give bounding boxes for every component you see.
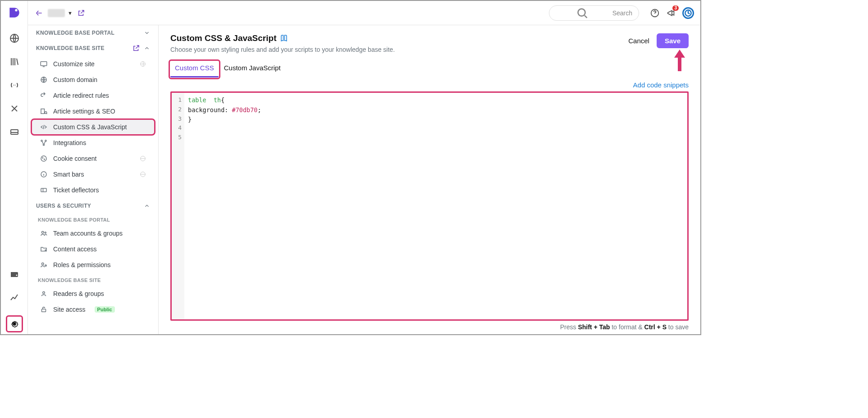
left-rail — [1, 1, 28, 334]
svg-point-29 — [43, 292, 45, 294]
drive-icon[interactable] — [9, 127, 20, 137]
globe-icon — [139, 60, 146, 68]
project-thumbnail — [48, 9, 65, 17]
svg-point-0 — [15, 9, 17, 11]
globe-icon[interactable] — [9, 33, 20, 44]
nav-cookie-consent[interactable]: Cookie consent — [32, 151, 155, 166]
cancel-button[interactable]: Cancel — [628, 37, 649, 45]
svg-point-17 — [41, 156, 46, 161]
svg-rect-3 — [11, 132, 18, 134]
collapse-sidebar-icon[interactable] — [34, 9, 43, 18]
open-external-icon[interactable] — [77, 9, 85, 17]
project-selector[interactable]: ▼ — [48, 9, 73, 17]
svg-point-19 — [44, 159, 45, 160]
code-editor[interactable]: 1 2 3 4 5 table th{ background: #70db70;… — [170, 91, 689, 321]
nav-roles-permissions[interactable]: Roles & permissions — [32, 257, 155, 273]
sub-kb-site: KNOWLEDGE BASE SITE — [28, 273, 158, 286]
svg-point-4 — [16, 275, 17, 276]
svg-rect-23 — [41, 188, 46, 192]
svg-point-28 — [45, 265, 46, 266]
svg-point-27 — [42, 263, 44, 265]
analytics-icon[interactable] — [9, 292, 20, 303]
tabs: Custom CSS Custom JavaScript — [170, 61, 689, 77]
group-kb-site[interactable]: KNOWLEDGE BASE SITE — [28, 40, 158, 56]
seo-icon — [40, 107, 48, 115]
group-users-security[interactable]: USERS & SECURITY — [28, 198, 158, 213]
tools-icon[interactable] — [9, 103, 20, 114]
notification-badge: 3 — [672, 5, 679, 11]
settings-icon[interactable] — [6, 315, 23, 332]
info-icon — [40, 170, 48, 178]
main-content: Custom CSS & JavaScript Choose your own … — [159, 25, 700, 334]
group-kb-portal[interactable]: KNOWLEDGE BASE PORTAL — [28, 25, 158, 40]
svg-rect-30 — [42, 309, 46, 312]
code-textarea[interactable]: table th{ background: #70db70; } — [184, 93, 687, 319]
svg-rect-12 — [41, 109, 45, 114]
user-avatar[interactable] — [682, 7, 694, 19]
nav-custom-css-js[interactable]: Custom CSS & JavaScript — [32, 119, 155, 135]
topbar: ▼ Search 3 — [28, 1, 700, 25]
chevron-up-icon — [144, 45, 150, 51]
nav-content-access[interactable]: Content access — [32, 241, 155, 257]
chevron-down-icon — [144, 30, 150, 36]
add-code-snippets-link[interactable]: Add code snippets — [633, 81, 689, 89]
roles-icon — [40, 261, 48, 269]
book-icon[interactable] — [280, 34, 288, 42]
announce-icon[interactable]: 3 — [666, 8, 676, 18]
nav-team-accounts[interactable]: Team accounts & groups — [32, 226, 155, 241]
svg-point-5 — [13, 323, 15, 325]
sidebar: KNOWLEDGE BASE PORTAL KNOWLEDGE BASE SIT… — [28, 1, 159, 334]
app-logo — [7, 5, 22, 20]
nav-readers-groups[interactable]: Readers & groups — [32, 286, 155, 301]
globe-icon — [139, 155, 146, 162]
globe-icon — [40, 76, 48, 84]
page-subtitle: Choose your own styling rules and add yo… — [170, 46, 395, 53]
nav-smart-bars[interactable]: Smart bars — [32, 167, 155, 182]
unlock-icon — [40, 305, 48, 314]
sub-kb-portal: KNOWLEDGE BASE PORTAL — [28, 213, 158, 225]
svg-point-25 — [45, 232, 46, 233]
tab-custom-js[interactable]: Custom JavaScript — [219, 61, 285, 77]
svg-point-24 — [42, 232, 44, 234]
nav-article-redirect[interactable]: Article redirect rules — [32, 88, 155, 103]
line-gutter: 1 2 3 4 5 — [172, 93, 184, 319]
help-icon[interactable] — [650, 8, 660, 18]
users-icon — [40, 229, 48, 237]
svg-rect-9 — [41, 62, 47, 66]
nav-custom-domain[interactable]: Custom domain — [32, 72, 155, 87]
ticket-icon — [40, 186, 48, 194]
wallet-icon[interactable] — [9, 268, 20, 279]
nav-site-access[interactable]: Site access Public — [32, 302, 155, 317]
monitor-icon — [40, 60, 48, 68]
nav-integrations[interactable]: Integrations — [32, 135, 155, 150]
caret-down-icon: ▼ — [68, 10, 73, 16]
search-input[interactable]: Search — [549, 5, 639, 21]
readers-icon — [40, 290, 48, 298]
nav-customize-site[interactable]: Customize site — [32, 56, 155, 72]
search-icon — [556, 6, 609, 20]
integrations-icon — [40, 139, 48, 147]
chevron-up-icon — [144, 203, 150, 209]
globe-icon — [139, 171, 146, 178]
tab-custom-css[interactable]: Custom CSS — [170, 61, 219, 77]
public-badge: Public — [95, 306, 115, 313]
svg-point-16 — [43, 144, 45, 145]
save-button[interactable]: Save — [657, 33, 689, 48]
svg-point-26 — [45, 250, 46, 251]
api-icon[interactable] — [9, 80, 20, 91]
code-icon — [40, 123, 48, 131]
redirect-icon — [40, 91, 48, 100]
search-placeholder: Search — [612, 9, 632, 17]
folder-lock-icon — [40, 245, 48, 253]
page-title: Custom CSS & JavaScript — [170, 33, 276, 43]
library-icon[interactable] — [9, 56, 20, 67]
nav-ticket-deflectors[interactable]: Ticket deflectors — [32, 182, 155, 198]
cookie-icon — [40, 154, 48, 163]
svg-point-18 — [42, 158, 43, 159]
open-external-icon[interactable] — [132, 44, 140, 52]
nav-article-settings-seo[interactable]: Article settings & SEO — [32, 104, 155, 119]
svg-point-6 — [578, 9, 585, 16]
editor-hint: Press Shift + Tab to format & Ctrl + S t… — [170, 323, 689, 331]
